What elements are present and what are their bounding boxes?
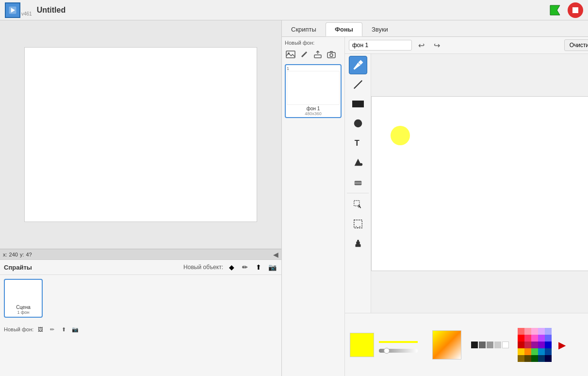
color-r25[interactable] — [545, 355, 552, 362]
new-backdrop-camera2-button[interactable]: 📷 — [70, 325, 80, 334]
expand-stage-button[interactable]: ◀ — [273, 251, 278, 258]
svg-point-17 — [358, 227, 359, 228]
undo-button[interactable]: ↩ — [415, 39, 427, 51]
svg-rect-2 — [572, 7, 578, 13]
color-r16[interactable] — [518, 348, 524, 355]
new-backdrop-label: Новый фон: — [285, 40, 342, 46]
new-backdrop-upload2-button[interactable]: ⬆ — [59, 325, 68, 334]
color-r3[interactable] — [531, 328, 538, 335]
color-r9[interactable] — [538, 335, 545, 342]
backdrop-number: 1 — [287, 66, 289, 71]
color-r24[interactable] — [538, 355, 545, 362]
go-button[interactable] — [547, 2, 563, 18]
stamp-tool-button[interactable] — [349, 234, 367, 253]
color-panel: ▶ — [345, 313, 588, 376]
color-r10[interactable] — [545, 335, 552, 342]
color-r22[interactable] — [524, 355, 531, 362]
tab-sounds[interactable]: Звуки — [362, 22, 397, 36]
color-slider-handle[interactable] — [384, 348, 390, 354]
color-white[interactable] — [502, 342, 509, 348]
stop-button[interactable] — [568, 2, 583, 18]
color-r5[interactable] — [545, 328, 552, 335]
app-version: v461 — [21, 11, 32, 17]
color-r11[interactable] — [518, 342, 524, 348]
tab-scripts[interactable]: Скрипты — [282, 22, 326, 36]
rect-tool-button[interactable] — [349, 95, 367, 113]
y-label: y: — [20, 252, 24, 257]
color-black[interactable] — [471, 342, 478, 348]
circle-tool-button[interactable] — [349, 114, 367, 133]
eraser-tool-button[interactable] — [349, 172, 367, 191]
color-r13[interactable] — [531, 342, 538, 348]
color-r7[interactable] — [524, 335, 531, 342]
color-r14[interactable] — [538, 342, 545, 348]
new-sprite-label: Новый объект: — [183, 264, 223, 271]
backdrop-item-1[interactable]: 1 фон 1 480x360 — [285, 64, 342, 118]
color-midgray[interactable] — [487, 342, 493, 348]
color-r2[interactable] — [524, 328, 531, 335]
redo-button[interactable]: ↪ — [430, 39, 443, 51]
new-backdrop-gallery-button[interactable] — [285, 49, 296, 60]
x-value: 240 — [9, 252, 18, 257]
scene-name: Сцена — [16, 305, 30, 310]
color-r18[interactable] — [531, 348, 538, 355]
paint-canvas[interactable] — [371, 96, 588, 271]
app-header: v461 Untitled — [0, 0, 588, 20]
fill-tool-button[interactable] — [349, 153, 367, 171]
line-tool-button[interactable] — [349, 75, 367, 94]
palette-row-1 — [518, 328, 552, 335]
svg-rect-5 — [314, 55, 321, 58]
color-r6[interactable] — [518, 335, 524, 342]
tools-panel: T — [345, 54, 371, 313]
color-r12[interactable] — [524, 342, 531, 348]
tabs-bar: Скрипты Фоны Звуки — [282, 20, 588, 37]
tab-backdrops[interactable]: Фоны — [326, 22, 362, 36]
color-r21[interactable] — [518, 355, 524, 362]
text-tool-button[interactable]: T — [349, 134, 367, 152]
sprites-header: Спрайты Новый объект: ◆ ✏ ⬆ 📷 — [0, 260, 281, 275]
current-color-swatch[interactable] — [350, 333, 374, 357]
new-backdrop-bottom: Новый фон: 🖼 ✏ ⬆ 📷 — [0, 322, 281, 337]
color-lightgray[interactable] — [494, 342, 501, 348]
svg-rect-6 — [327, 52, 335, 58]
svg-point-18 — [359, 226, 360, 227]
editor-panel: Скрипты Фоны Звуки Новый фон: — [281, 20, 588, 376]
color-r19[interactable] — [538, 348, 545, 355]
new-backdrop-image-button[interactable]: 🖼 — [35, 325, 45, 334]
svg-point-16 — [356, 226, 357, 227]
palette-row-2 — [518, 335, 552, 342]
svg-line-8 — [354, 81, 362, 89]
new-sprite-upload-button[interactable]: ⬆ — [253, 262, 264, 273]
svg-rect-15 — [354, 220, 362, 228]
paint-canvas-area[interactable] — [371, 54, 588, 313]
color-darkgray[interactable] — [479, 342, 486, 348]
color-r20[interactable] — [545, 348, 552, 355]
backdrop-name-input[interactable] — [349, 40, 412, 51]
color-r4[interactable] — [538, 328, 545, 335]
new-sprite-camera-button[interactable]: 📷 — [267, 262, 278, 273]
color-slider-area[interactable] — [379, 349, 418, 353]
new-backdrop-pencil-button[interactable]: ✏ — [47, 325, 57, 334]
new-backdrop-pencil-btn[interactable] — [298, 49, 310, 60]
new-sprite-draw-button[interactable]: ✏ — [240, 262, 250, 273]
marquee-tool-button[interactable] — [349, 215, 367, 233]
clear-button[interactable]: Очистить — [564, 39, 588, 51]
palette-row-3 — [518, 342, 552, 348]
new-backdrop-upload-btn[interactable] — [312, 49, 324, 60]
color-expand-button[interactable]: ▶ — [558, 339, 566, 351]
color-r23[interactable] — [531, 355, 538, 362]
new-backdrop-camera-btn[interactable] — [326, 49, 337, 60]
color-r15[interactable] — [545, 342, 552, 348]
brush-tool-button[interactable] — [349, 56, 367, 74]
color-slider-track[interactable] — [379, 349, 418, 353]
color-r1[interactable] — [518, 328, 524, 335]
select-tool-button[interactable] — [349, 195, 367, 214]
color-r17[interactable] — [524, 348, 531, 355]
color-picker-area[interactable] — [432, 330, 461, 359]
stage-canvas — [24, 47, 257, 222]
color-r8[interactable] — [531, 335, 538, 342]
new-backdrop-tools — [285, 49, 342, 60]
new-sprite-paint-button[interactable]: ◆ — [226, 262, 237, 273]
x-label: x: — [3, 252, 7, 257]
scene-item[interactable]: Сцена 1 фон — [4, 279, 43, 318]
